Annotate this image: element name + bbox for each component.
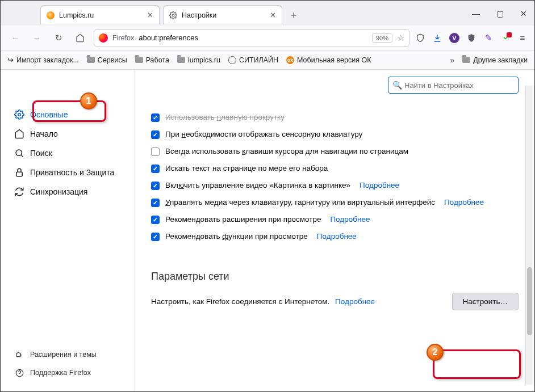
search-icon: 🔍 [392, 81, 402, 90]
checkbox-label: Всегда использовать клавиши курсора для … [165, 147, 408, 155]
feather-icon[interactable]: ✎ [483, 33, 494, 43]
checkbox-label: Использовать плавную прокрутку [165, 113, 285, 121]
sidebar-item-label: Основные [30, 110, 68, 119]
minimize-button[interactable]: — [472, 10, 480, 18]
checkbox[interactable] [151, 165, 160, 173]
bookmark-label: Другие закладки [473, 56, 528, 64]
checkbox[interactable] [151, 233, 160, 241]
back-button[interactable]: ← [7, 30, 23, 46]
bookmark-star-icon[interactable]: ☆ [397, 33, 404, 43]
network-settings-button[interactable]: Настроить… [452, 293, 519, 310]
bookmark-folder-work[interactable]: Работа [135, 56, 169, 64]
sidebar-item-home[interactable]: Начало [9, 124, 127, 144]
favicon-icon [47, 11, 55, 19]
settings-search-wrap: 🔍 [388, 77, 519, 94]
reload-button[interactable]: ↻ [51, 30, 66, 46]
bookmark-label: Импорт закладок... [16, 56, 79, 64]
extension-v-icon[interactable]: V [449, 33, 459, 43]
tab-close-icon[interactable]: ✕ [147, 11, 153, 19]
checkbox-label: Рекомендовать функции при просмотре [165, 232, 308, 241]
maximize-button[interactable]: ▢ [496, 10, 504, 18]
new-tab-button[interactable]: ＋ [286, 7, 302, 23]
shield-icon[interactable] [415, 33, 425, 43]
checkbox-label: Рекомендовать расширения при просмотре [165, 215, 321, 224]
learn-more-link[interactable]: Подробнее [444, 198, 484, 206]
bookmark-label: lumpics.ru [188, 56, 220, 64]
checkbox-row: При необходимости отображать сенсорную к… [151, 130, 519, 139]
tab-strip: Lumpics.ru ✕ Настройки ✕ ＋ [1, 1, 534, 26]
bookmark-label: Сервисы [98, 56, 127, 64]
security-shield-icon[interactable] [466, 33, 477, 43]
checkbox[interactable] [151, 130, 160, 139]
window: — ▢ ✕ Lumpics.ru ✕ Настройки ✕ ＋ ← → ↻ F… [0, 0, 535, 392]
identity-label: Firefox [112, 34, 134, 42]
checkbox-row: Управлять медиа через клавиатуру, гарнит… [151, 198, 519, 207]
checkbox-row: Всегда использовать клавиши курсора для … [151, 147, 519, 156]
zoom-indicator[interactable]: 90% [372, 33, 392, 43]
svg-point-2 [16, 150, 22, 156]
tab-lumpics[interactable]: Lumpics.ru ✕ [40, 5, 160, 24]
sidebar-item-general[interactable]: Основные [9, 105, 127, 124]
sidebar-item-support[interactable]: Поддержка Firefox [9, 364, 127, 381]
folder-icon [135, 57, 143, 63]
svg-point-0 [172, 14, 174, 16]
search-icon [14, 148, 24, 158]
checkbox[interactable] [151, 147, 160, 156]
learn-more-link[interactable]: Подробнее [360, 181, 399, 189]
sidebar-item-extensions[interactable]: Расширения и темы [9, 346, 127, 363]
globe-icon [228, 56, 236, 64]
bookmark-citilain[interactable]: СИТИЛАЙН [228, 56, 278, 64]
network-row: Настроить, как Firefox соединяется с Инт… [151, 293, 519, 310]
checkbox-label: Искать текст на странице по мере его наб… [165, 164, 328, 172]
window-controls: — ▢ ✕ [472, 5, 528, 22]
learn-more-link[interactable]: Подробнее [330, 215, 370, 224]
learn-more-link[interactable]: Подробнее [317, 232, 357, 241]
sidebar-item-search[interactable]: Поиск [9, 144, 127, 163]
checkbox[interactable] [151, 182, 160, 190]
svg-rect-3 [16, 172, 23, 176]
bookmark-import[interactable]: ↪ Импорт закладок... [7, 56, 79, 64]
sidebar-item-label: Начало [30, 129, 58, 138]
ok-icon: ok [286, 56, 294, 64]
navigation-toolbar: ← → ↻ Firefox about:preferences 90% ☆ V … [1, 26, 534, 50]
sidebar-item-privacy[interactable]: Приватность и Защита [9, 163, 127, 182]
close-button[interactable]: ✕ [520, 10, 528, 18]
import-icon: ↪ [7, 56, 14, 64]
network-section-header: Параметры сети [151, 271, 519, 283]
bookmarks-overflow-icon[interactable]: » [450, 56, 454, 65]
checkbox-row: Рекомендовать расширения при просмотреПо… [151, 215, 519, 224]
forward-button[interactable]: → [29, 30, 45, 46]
learn-more-link[interactable]: Подробнее [335, 297, 375, 306]
tab-title: Настройки [182, 11, 265, 19]
checkbox[interactable] [151, 199, 160, 207]
puzzle-icon [14, 349, 24, 360]
bookmark-folder-services[interactable]: Сервисы [87, 56, 127, 64]
home-button[interactable] [72, 30, 88, 46]
sync-icon [14, 187, 24, 197]
checkbox-label: При необходимости отображать сенсорную к… [165, 130, 362, 138]
scrollbar[interactable] [525, 86, 533, 385]
settings-main: 🔍 Использовать плавную прокруткуПри необ… [135, 70, 534, 391]
sidebar-item-sync[interactable]: Синхронизация [9, 182, 127, 201]
sidebar-item-label: Приватность и Защита [30, 168, 114, 177]
sidebar-item-label: Поиск [30, 149, 52, 158]
url-bar[interactable]: Firefox about:preferences 90% ☆ [94, 29, 409, 47]
settings-search-input[interactable] [388, 77, 519, 94]
checkbox[interactable] [151, 216, 160, 224]
bookmark-ok-mobile[interactable]: okМобильная версия ОК [286, 56, 371, 64]
checkbox-label: Управлять медиа через клавиатуру, гарнит… [165, 198, 435, 206]
downloads-green-icon[interactable] [500, 33, 511, 43]
download-icon[interactable] [432, 33, 442, 43]
sidebar-item-label: Поддержка Firefox [30, 369, 91, 377]
tab-close-icon[interactable]: ✕ [270, 11, 276, 19]
scrollbar-thumb[interactable] [527, 267, 532, 335]
bookmark-folder-lumpics[interactable]: lumpics.ru [177, 56, 220, 64]
checkbox[interactable] [151, 113, 160, 122]
app-menu-button[interactable]: ≡ [517, 33, 528, 43]
home-icon [14, 129, 24, 139]
help-icon [14, 368, 24, 378]
folder-icon [177, 57, 185, 63]
tab-settings[interactable]: Настройки ✕ [163, 5, 282, 24]
bookmark-other-folder[interactable]: Другие закладки [462, 56, 528, 64]
sidebar-item-label: Синхронизация [30, 187, 87, 196]
